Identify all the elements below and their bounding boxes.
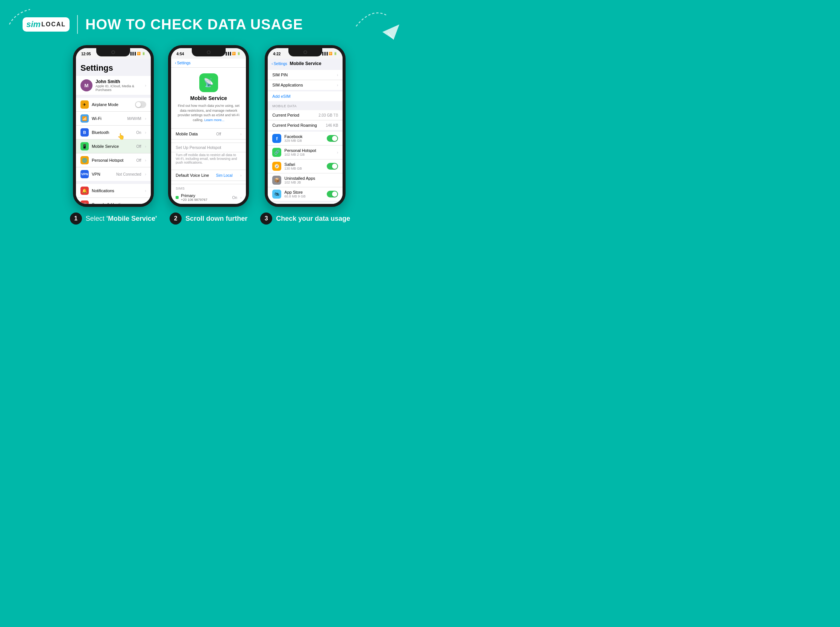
sim-pin-row[interactable]: SIM PIN ›: [268, 70, 343, 80]
wifi-label: Wi-Fi: [92, 116, 124, 121]
sim-primary-arrow: ›: [240, 195, 241, 200]
mobile-data-arrow: ›: [240, 132, 241, 136]
time-3: 4:22: [273, 51, 280, 56]
signal-icon-2: ▐▐▐: [225, 52, 231, 55]
du-nav-title: Mobile Service: [290, 61, 321, 66]
notch-dot-1: [111, 50, 115, 54]
mobile-data-section: Mobile Data Off ›: [171, 128, 246, 140]
default-voice-section: Default Voice Line Sim Local ›: [171, 170, 246, 181]
data-stats-section: Current Period 2.03 GB TB Current Period…: [268, 110, 343, 130]
vpn-item[interactable]: VPN VPN Not Connected ›: [76, 167, 151, 181]
profile-info: John Smith Apple ID, iCloud, Media & Pur…: [96, 79, 142, 92]
settings-group-2: 🔔 Notifications › 🔊 Sounds & Haptics › 🌙…: [76, 184, 151, 204]
mobile-data-section-label: MOBILE DATA: [268, 103, 343, 109]
step-3-label: 3 Check your data usage: [260, 213, 350, 225]
hotspot-app-icon: 🔗: [272, 148, 281, 157]
mobile-service-screen: ‹ Settings 📡 Mobile Service Find out how…: [171, 59, 246, 204]
personal-hotspot-item[interactable]: 🌐 Personal Hotspot Off ›: [76, 153, 151, 167]
data-usage-screen: ‹ Settings Mobile Service SIM PIN ›: [268, 59, 343, 204]
phone-2: 4:54 ▐▐▐ 🛜 🔋 ‹ Settings: [168, 45, 249, 207]
settings-title: Settings: [76, 62, 151, 76]
mobile-service-icon: 📱: [80, 142, 89, 150]
sim-apps-label: SIM Applications: [272, 83, 335, 87]
hotspot-app-row[interactable]: 🔗 Personal Hotspot 102 MB 2 GB ›: [268, 146, 343, 159]
airplane-mode-item[interactable]: ✈ Airplane Mode: [76, 98, 151, 112]
notifications-arrow: ›: [145, 189, 146, 193]
default-voice-arrow: ›: [240, 173, 241, 178]
hotspot-app-sub: 102 MB 2 GB: [284, 153, 334, 156]
wifi-value: M#W#M: [127, 117, 141, 121]
phone-3: 4:22 ▐▐▐ 🛜 🔋 ‹ Settings Mobile Service: [265, 45, 346, 207]
bluetooth-item[interactable]: B Bluetooth On ›: [76, 126, 151, 140]
facebook-icon: f: [272, 134, 281, 143]
current-period-roaming-row[interactable]: Current Period Roaming 146 KB: [268, 120, 343, 130]
cpr-value: 146 KB: [326, 123, 338, 128]
vpn-icon: VPN: [80, 170, 89, 178]
wifi-item[interactable]: 📶 Wi-Fi M#W#M ›: [76, 112, 151, 126]
airplane-icon: ✈: [80, 101, 89, 109]
app-store-sub: 60.8 MB 9 GB: [284, 194, 324, 198]
uninstalled-apps-row[interactable]: 📦 Uninstalled Apps 102 MB JB: [268, 173, 343, 187]
safari-info: Safari 130 MB GB: [284, 162, 324, 170]
sim-primary-name: Primary: [181, 193, 230, 198]
profile-arrow: ›: [145, 83, 146, 88]
hotspot-icon: 🌐: [80, 156, 89, 164]
settings-profile[interactable]: M John Smith Apple ID, iCloud, Media & P…: [76, 76, 151, 95]
cp-value: 2.03 GB TB: [318, 113, 338, 117]
battery-icon-3: 🔋: [333, 52, 337, 55]
app-store-toggle[interactable]: [327, 191, 338, 197]
mobile-service-hero-icon: 📡: [199, 73, 218, 92]
steps-container: 12:05 ▐▐▐ 🛜 🔋 Settings M John Smith Appl…: [0, 41, 420, 232]
safari-toggle[interactable]: [327, 163, 338, 170]
vpn-value: Not Connected: [116, 172, 142, 176]
hotspot-app-arrow: ›: [337, 150, 338, 154]
back-chevron-2: ‹: [175, 61, 176, 65]
default-voice-row[interactable]: Default Voice Line Sim Local ›: [171, 170, 246, 181]
bluetooth-arrow: ›: [145, 131, 146, 135]
svg-marker-0: [382, 24, 399, 39]
wifi-icon-1: 🛜: [137, 52, 141, 55]
app-store-row[interactable]: 🛍 App Store 60.8 MB 9 GB: [268, 187, 343, 201]
step-3-number: 3: [260, 213, 272, 225]
profile-subtitle: Apple ID, iCloud, Media & Purchases: [96, 84, 142, 92]
back-label-2: Settings: [177, 61, 190, 65]
facebook-info: Facebook 329 MB GB: [284, 134, 324, 143]
deco-airplane: [381, 22, 401, 41]
sounds-item[interactable]: 🔊 Sounds & Haptics ›: [76, 198, 151, 204]
uninstalled-apps-sub: 102 MB JB: [284, 181, 338, 184]
uninstalled-apps-icon: 📦: [272, 176, 281, 185]
notifications-item[interactable]: 🔔 Notifications ›: [76, 184, 151, 198]
hotspot-arrow: ›: [145, 158, 146, 162]
apps-section: f Facebook 329 MB GB 🔗 Personal Hots: [268, 132, 343, 201]
wifi-icon-2: 🛜: [232, 52, 236, 55]
default-voice-value: Sim Local: [216, 173, 232, 178]
facebook-toggle[interactable]: [327, 135, 338, 142]
show-all-section: Show All ›: [268, 202, 343, 204]
default-voice-label: Default Voice Line: [176, 173, 209, 178]
current-period-row-3[interactable]: Current Period 2.03 GB TB: [268, 110, 343, 120]
back-button-2[interactable]: ‹ Settings: [175, 61, 190, 65]
sim-primary[interactable]: Primary +20 106 9879767 On ›: [171, 191, 246, 204]
notifications-icon: 🔔: [80, 187, 89, 195]
show-all-row[interactable]: Show All ›: [268, 202, 343, 204]
bluetooth-value: On: [136, 131, 141, 135]
hotspot-section: Set Up Personal Hotspot Turn off mobile …: [171, 143, 246, 167]
sounds-label: Sounds & Haptics: [92, 202, 142, 204]
mobile-data-row[interactable]: Mobile Data Off ›: [171, 129, 246, 140]
add-esim-row-3[interactable]: Add eSIM: [268, 91, 343, 101]
airplane-label: Airplane Mode: [92, 102, 132, 107]
du-back-button[interactable]: ‹ Settings: [272, 62, 287, 66]
facebook-row[interactable]: f Facebook 329 MB GB: [268, 132, 343, 146]
sim-apps-row[interactable]: SIM Applications ›: [268, 80, 343, 90]
safari-row[interactable]: 🧭 Safari 130 MB GB: [268, 159, 343, 173]
status-icons-3: ▐▐▐ 🛜 🔋: [321, 52, 337, 55]
sounds-icon: 🔊: [80, 200, 89, 204]
learn-more-link[interactable]: Learn more...: [204, 118, 225, 122]
du-back-label: Settings: [274, 62, 287, 66]
sounds-arrow: ›: [145, 203, 146, 204]
mobile-service-item[interactable]: 📱 Mobile Service Off ›: [76, 140, 151, 153]
notch-3: [288, 48, 322, 57]
airplane-toggle[interactable]: [135, 101, 146, 108]
sims-section-label: SIMs: [171, 184, 246, 191]
safari-sub: 130 MB GB: [284, 167, 324, 170]
